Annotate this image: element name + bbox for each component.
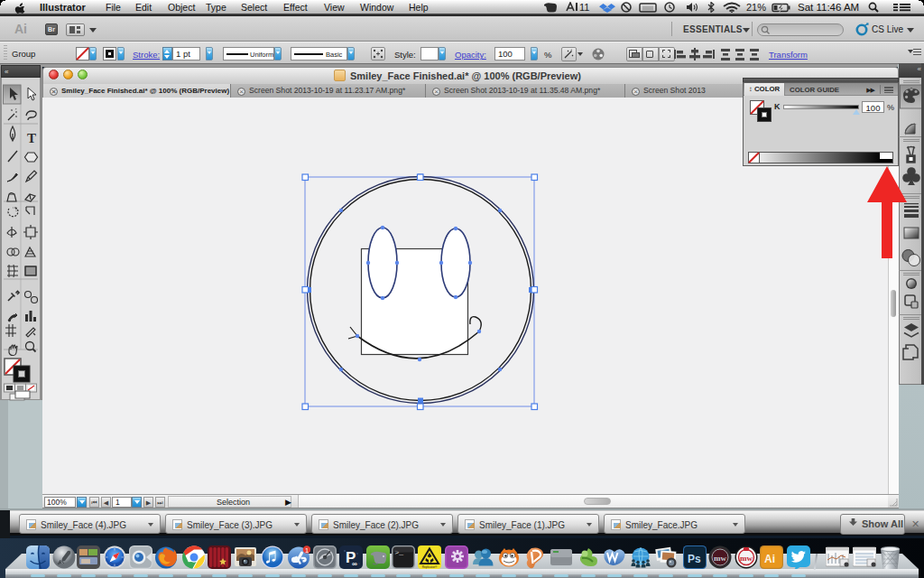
- svg-text:mw: mw: [740, 554, 753, 563]
- svg-text:Ps: Ps: [688, 553, 701, 565]
- svg-text:1: 1: [305, 546, 309, 555]
- svg-text:11: 11: [579, 2, 589, 13]
- svg-text:T: T: [27, 131, 36, 145]
- svg-text:Replicator®: Replicator®: [422, 565, 438, 569]
- svg-text:∞: ∞: [352, 560, 357, 568]
- svg-text:Sat 11:46 AM: Sat 11:46 AM: [798, 2, 859, 13]
- svg-text:21%: 21%: [746, 2, 766, 13]
- svg-text:mw: mw: [714, 554, 726, 563]
- svg-text:Ai: Ai: [764, 553, 775, 565]
